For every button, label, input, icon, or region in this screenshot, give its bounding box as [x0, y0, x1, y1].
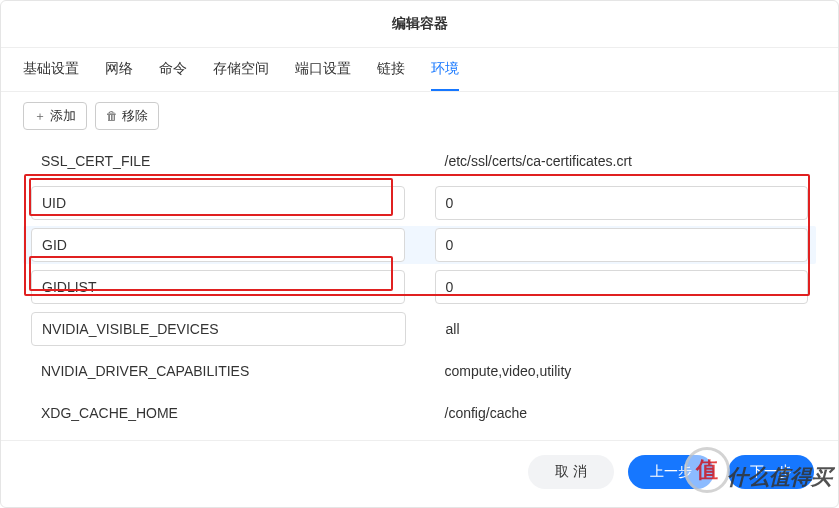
- env-value-input[interactable]: [435, 270, 809, 304]
- remove-button[interactable]: 🗑 移除: [95, 102, 159, 130]
- env-value-input[interactable]: [435, 228, 809, 262]
- env-row-xdg-cache-home: XDG_CACHE_HOME /config/cache: [23, 394, 816, 432]
- dialog-title: 编辑容器: [1, 1, 838, 48]
- tab-network[interactable]: 网络: [105, 48, 133, 91]
- env-row-gid: [23, 226, 816, 264]
- env-key-input[interactable]: [31, 186, 405, 220]
- tab-command[interactable]: 命令: [159, 48, 187, 91]
- env-value: /config/cache: [445, 405, 528, 421]
- tab-ports[interactable]: 端口设置: [295, 48, 351, 91]
- prev-button[interactable]: 上一步: [628, 455, 714, 489]
- tab-basic[interactable]: 基础设置: [23, 48, 79, 91]
- env-row-nvidia-driver-capabilities: NVIDIA_DRIVER_CAPABILITIES compute,video…: [23, 352, 816, 390]
- env-value: /etc/ssl/certs/ca-certificates.crt: [445, 153, 632, 169]
- tabs: 基础设置 网络 命令 存储空间 端口设置 链接 环境: [1, 48, 838, 92]
- env-row-ssl-cert-file: SSL_CERT_FILE /etc/ssl/certs/ca-certific…: [23, 142, 816, 180]
- env-key: NVIDIA_DRIVER_CAPABILITIES: [41, 363, 249, 379]
- env-key-input[interactable]: [31, 270, 405, 304]
- env-list: SSL_CERT_FILE /etc/ssl/certs/ca-certific…: [1, 138, 838, 440]
- env-row-uid: [23, 184, 816, 222]
- next-button[interactable]: 下一步: [728, 455, 814, 489]
- env-value: all: [446, 321, 460, 337]
- env-value-input[interactable]: [435, 186, 809, 220]
- cancel-button[interactable]: 取 消: [528, 455, 614, 489]
- env-row-nvidia-visible-devices: all: [23, 310, 816, 348]
- tab-links[interactable]: 链接: [377, 48, 405, 91]
- add-button-label: 添加: [50, 107, 76, 125]
- tab-storage[interactable]: 存储空间: [213, 48, 269, 91]
- env-key: XDG_CACHE_HOME: [41, 405, 178, 421]
- footer: 取 消 上一步 下一步: [1, 440, 838, 507]
- trash-icon: 🗑: [106, 109, 118, 123]
- add-button[interactable]: ＋ 添加: [23, 102, 87, 130]
- env-key-input[interactable]: [31, 228, 405, 262]
- toolbar: ＋ 添加 🗑 移除: [1, 92, 838, 138]
- env-value: compute,video,utility: [445, 363, 572, 379]
- env-key-input[interactable]: [31, 312, 406, 346]
- plus-icon: ＋: [34, 108, 46, 125]
- tab-environment[interactable]: 环境: [431, 48, 459, 91]
- env-key: SSL_CERT_FILE: [41, 153, 150, 169]
- remove-button-label: 移除: [122, 107, 148, 125]
- env-row-gidlist: [23, 268, 816, 306]
